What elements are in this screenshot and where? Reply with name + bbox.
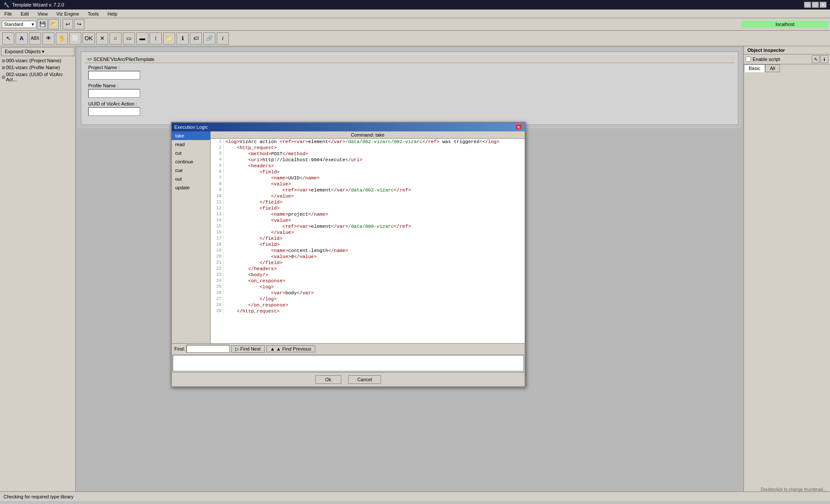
line-number: 16: [211, 230, 224, 236]
menu-view[interactable]: View: [35, 10, 51, 17]
tree-label-001: 001-vizarc (Profile Name): [6, 65, 60, 70]
expand-icon-002: ⊞: [2, 75, 5, 80]
line-number: 29: [211, 308, 224, 314]
tb2-abc-btn[interactable]: ABX: [29, 32, 41, 45]
menu-file[interactable]: File: [2, 10, 15, 17]
tb2-x-btn[interactable]: ✕: [96, 32, 108, 45]
maximize-btn[interactable]: □: [812, 2, 819, 8]
code-line: 13 <name>project</name>: [211, 211, 525, 217]
line-number: 14: [211, 217, 224, 223]
tb2-dots-btn[interactable]: ⁞: [150, 32, 162, 45]
dialog-list-item-cut[interactable]: cut: [172, 149, 210, 157]
status-message: Checking for required type library: [3, 494, 74, 499]
find-label: Find:: [174, 346, 185, 351]
code-line: 5 <headers>: [211, 163, 525, 169]
dialog-list-item-continue[interactable]: continue: [172, 157, 210, 166]
tree-item-001[interactable]: ⊞ 001-vizarc (Profile Name): [0, 64, 75, 71]
app-title: Template Wizard v. 7.2.0: [12, 2, 64, 7]
tb2-folder-btn[interactable]: 📁: [163, 32, 175, 45]
inspector-edit-btn[interactable]: ✎: [812, 55, 820, 63]
code-editor[interactable]: 1<log>VizArc action <ref><var>element</v…: [211, 139, 525, 343]
tb2-info-btn[interactable]: ℹ: [176, 32, 189, 45]
ok-btn[interactable]: Ok: [315, 375, 341, 384]
inspector-tab-basic[interactable]: Basic: [744, 64, 765, 72]
enable-script-label: Enable script: [753, 57, 780, 62]
tb2-cursor-btn[interactable]: ↖: [2, 32, 14, 45]
profile-name-label: Profile Name :: [88, 83, 731, 88]
menu-tools[interactable]: Tools: [85, 10, 102, 17]
toolbar-dropdown[interactable]: Standard ▾: [2, 21, 36, 28]
dialog-list-item-read[interactable]: read: [172, 140, 210, 149]
line-content: </field>: [224, 260, 284, 266]
line-number: 1: [211, 139, 224, 145]
dropdown-arrow: ▾: [32, 22, 34, 27]
menu-bar: File Edit View Viz Engine Tools Help: [0, 10, 830, 18]
tb2-hand-btn[interactable]: ✋: [56, 32, 68, 45]
line-number: 22: [211, 266, 224, 272]
find-next-btn[interactable]: ▷ Find Next: [231, 345, 264, 353]
tree-item-002[interactable]: ⊞ 002-vizarc (UUID of VizArc Act...: [0, 71, 75, 83]
line-content: <body/>: [224, 272, 270, 278]
tree-item-000[interactable]: ⊞ 000-vizarc (Project Name): [0, 57, 75, 64]
line-content: <ref><var>element</var>/data/002-vizarc<…: [224, 187, 413, 193]
find-input[interactable]: [186, 345, 230, 353]
tb2-rect-btn[interactable]: ▭: [123, 32, 135, 45]
tb1-btn-4[interactable]: ↪: [74, 19, 84, 29]
tb2-circle-btn[interactable]: ○: [109, 32, 122, 45]
code-line: 18 <field>: [211, 242, 525, 248]
uuid-input[interactable]: [88, 107, 140, 116]
profile-name-input[interactable]: [88, 89, 140, 98]
tb1-btn-1[interactable]: 💾: [37, 19, 48, 29]
tb2-text-btn[interactable]: A: [16, 32, 28, 45]
cancel-btn[interactable]: Cancel: [348, 375, 381, 384]
tb2-eye-btn[interactable]: 👁: [42, 32, 54, 45]
minimize-btn[interactable]: ─: [804, 2, 811, 8]
dialog-list-item-cue[interactable]: cue: [172, 166, 210, 175]
tb1-btn-3[interactable]: ↩: [63, 19, 73, 29]
find-prev-label: ▲ Find Previous: [276, 346, 311, 351]
project-name-input[interactable]: [88, 71, 140, 80]
toolbar-area-2: ↖ A ABX 👁 ✋ ⬜ OK ✕ ○ ▭ ▬ ⁞ 📁 ℹ 🏷 🔗 i: [0, 31, 830, 46]
line-number: 10: [211, 193, 224, 199]
bottom-text-area[interactable]: [173, 355, 524, 371]
right-panel: Object inspector Enable script ✎ ℹ Basic…: [743, 46, 830, 491]
tb2-tag-btn[interactable]: 🏷: [190, 32, 202, 45]
inspector-tab-all[interactable]: All: [765, 64, 780, 72]
line-content: <var>body</var>: [224, 290, 316, 296]
code-line: 17 </field>: [211, 236, 525, 242]
dialog-list-item-out[interactable]: out: [172, 175, 210, 183]
title-bar: 🔧 Template Wizard v. 7.2.0 ─ □ ✕: [0, 0, 830, 10]
tb1-btn-2[interactable]: 📂: [48, 19, 59, 29]
menu-edit[interactable]: Edit: [18, 10, 32, 17]
exposed-objects-btn[interactable]: Exposed Objects ▾: [1, 47, 74, 56]
app-icon: 🔧: [3, 2, 10, 8]
inspector-info-btn[interactable]: ℹ: [820, 55, 828, 63]
tree-label-002: 002-vizarc (UUID of VizArc Act...: [6, 72, 74, 82]
code-line: 4 <uri>http://localhost:9004/execute</ur…: [211, 157, 525, 163]
find-prev-btn[interactable]: ▲ ▲ Find Previous: [266, 345, 315, 352]
line-content: <value>: [224, 217, 293, 223]
menu-viz-engine[interactable]: Viz Engine: [54, 10, 81, 17]
line-content: <http_request>: [224, 145, 279, 151]
tb2-i-btn[interactable]: i: [217, 32, 229, 45]
line-number: 9: [211, 187, 224, 193]
line-content: <uri>http://localhost:9004/execute</uri>: [224, 157, 364, 163]
dialog-close-btn[interactable]: ✕: [515, 124, 522, 130]
code-line: 28 </on_response>: [211, 302, 525, 308]
tb2-rect2-btn[interactable]: ▬: [136, 32, 148, 45]
dialog-list-item-update[interactable]: update: [172, 183, 210, 192]
enable-script-checkbox[interactable]: [746, 57, 751, 62]
close-btn[interactable]: ✕: [820, 2, 827, 8]
code-line: 25 <log>: [211, 284, 525, 290]
menu-help[interactable]: Help: [105, 10, 120, 17]
tb2-link-btn[interactable]: 🔗: [203, 32, 215, 45]
code-line: 7 <name>UUID</name>: [211, 175, 525, 181]
dropdown-label: Standard: [4, 22, 23, 27]
title-bar-controls: ─ □ ✕: [804, 2, 827, 8]
tb2-ok-btn[interactable]: OK: [83, 32, 95, 45]
line-number: 15: [211, 223, 224, 230]
line-number: 20: [211, 254, 224, 260]
dialog-list-item-take[interactable]: take: [172, 131, 210, 140]
line-number: 26: [211, 290, 224, 296]
tb2-search-btn[interactable]: ⬜: [69, 32, 81, 45]
